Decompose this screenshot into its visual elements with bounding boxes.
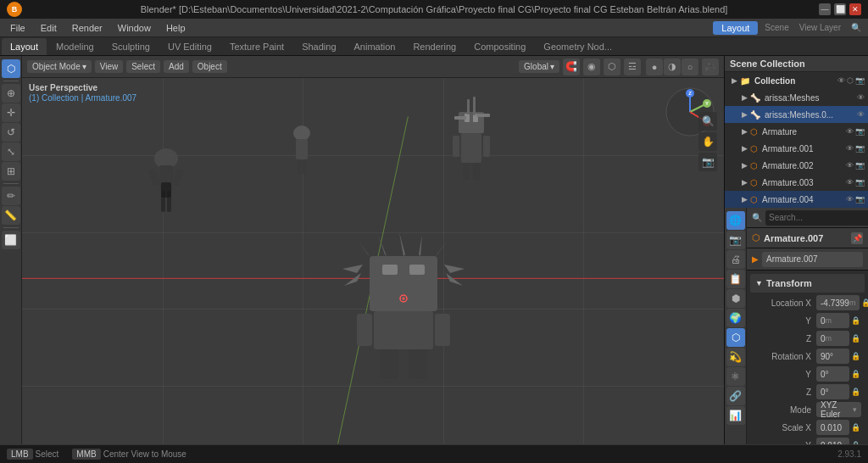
solid-mode[interactable]: ● [646,59,663,75]
rotation-z-lock[interactable]: 🔒 [851,388,861,396]
tab-sculpting[interactable]: Sculpting [103,38,159,55]
location-x-lock[interactable]: 🔒 [861,298,868,307]
rotation-y-value[interactable]: 0° [816,366,849,382]
visibility-icon8[interactable]: 👁 [846,195,854,204]
camera-persp-btn[interactable]: 📷 [698,153,717,171]
rotation-z-value[interactable]: 0° [816,384,849,399]
tool-measure[interactable]: 📏 [2,206,20,225]
render-icon[interactable]: 📷 [855,76,865,85]
camera-view[interactable]: 🎥 [702,59,719,75]
tab-layout[interactable]: Layout [2,38,47,55]
material-mode[interactable]: ◑ [664,59,681,75]
tab-uv-editing[interactable]: UV Editing [159,38,220,55]
rotation-x-value[interactable]: 90° [816,349,849,364]
search-bar[interactable]: 🔍 [848,23,865,32]
proportional-edit[interactable]: ◉ [583,59,600,75]
visibility-icon5[interactable]: 👁 [846,144,854,153]
outliner-item-arissa-meshes-0[interactable]: ▶ 🦴 arissa:Meshes.0... 👁 [725,106,868,123]
location-y-lock[interactable]: 🔒 [851,316,861,325]
visibility-icon[interactable]: 👁 [837,76,845,85]
outliner-item-armature-002[interactable]: ▶ ⬡ Armature.002 👁 📷 [725,157,868,174]
prop-icon-view-layer[interactable]: 📋 [726,270,745,288]
tab-geometry-nodes[interactable]: Geometry Nod... [535,38,620,55]
outliner-item-collection[interactable]: ▶ 📁 Collection 👁 ⬡ 📷 [725,72,868,89]
object-name-input[interactable]: Armature.007 [762,252,863,267]
outliner-item-arissa-meshes[interactable]: ▶ 🦴 arissa:Meshes 👁 [725,89,868,106]
prop-icon-particles[interactable]: 💫 [726,348,745,366]
location-y-value[interactable]: 0 m [816,313,849,328]
render-icon2[interactable]: 📷 [855,127,865,136]
tab-animation[interactable]: Animation [346,38,404,55]
scale-x-lock[interactable]: 🔒 [851,423,861,432]
render-icon5[interactable]: 📷 [855,178,865,187]
maximize-button[interactable]: ⬜ [834,3,846,15]
tool-rotate[interactable]: ↺ [2,123,20,142]
outliner-item-armature-003[interactable]: ▶ ⬡ Armature.003 👁 📷 [725,174,868,191]
prop-icon-scene[interactable]: 🌐 [726,211,745,230]
tool-add[interactable]: ⬜ [2,231,20,249]
overlay-button[interactable]: ⬡ [604,59,620,75]
pan-btn[interactable]: ✋ [698,132,717,151]
snap-button[interactable]: 🧲 [563,59,580,75]
prop-icon-scene2[interactable]: ⬢ [726,289,745,308]
tool-transform[interactable]: ⊞ [2,162,20,181]
viewport-icon[interactable]: ⬡ [847,76,854,85]
location-x-value[interactable]: -4.7399 m [816,295,860,310]
tab-shading[interactable]: Shading [293,38,344,55]
rotation-y-lock[interactable]: 🔒 [851,370,861,378]
workspace-tab-layout-active[interactable]: Layout [713,21,758,35]
select-menu[interactable]: Select [126,60,160,73]
viewport-content[interactable]: User Perspective (1) Collection | Armatu… [22,78,724,463]
tool-select[interactable]: ⬡ [2,59,20,78]
menu-render[interactable]: Render [65,21,109,35]
transform-header[interactable]: ▼ Transform [750,274,865,293]
menu-help[interactable]: Help [159,21,192,35]
object-mode-selector[interactable]: Object Mode ▾ [27,60,92,73]
tab-compositing[interactable]: Compositing [465,38,534,55]
menu-file[interactable]: File [3,21,32,35]
outliner-item-armature[interactable]: ▶ ⬡ Armature 👁 📷 [725,123,868,140]
close-button[interactable]: ✕ [849,3,861,15]
outliner-item-armature-001[interactable]: ▶ ⬡ Armature.001 👁 📷 [725,140,868,157]
visibility-icon4[interactable]: 👁 [846,127,854,136]
prop-icon-output[interactable]: 🖨 [726,250,745,269]
prop-icon-physics[interactable]: ⚛ [726,367,745,386]
tab-modeling[interactable]: Modeling [47,38,103,55]
rotation-mode-select[interactable]: XYZ Euler ▾ [816,402,861,417]
menu-window[interactable]: Window [111,21,158,35]
prop-icon-data[interactable]: 📊 [726,406,745,425]
render-icon6[interactable]: 📷 [855,195,865,204]
prop-icon-world[interactable]: 🌍 [726,309,745,327]
visibility-icon2[interactable]: 👁 [857,93,865,102]
xray-button[interactable]: ☲ [624,59,641,75]
scale-x-value[interactable]: 0.010 [816,420,849,435]
prop-icon-render[interactable]: 📷 [726,231,745,249]
visibility-icon6[interactable]: 👁 [846,161,854,170]
visibility-icon7[interactable]: 👁 [846,178,854,187]
rendered-mode[interactable]: ○ [682,59,698,75]
outliner-item-armature-004[interactable]: ▶ ⬡ Armature.004 👁 📷 [725,191,868,208]
location-z-value[interactable]: 0 m [816,331,849,346]
tool-cursor[interactable]: ⊕ [2,84,20,103]
properties-search-input[interactable] [765,210,868,226]
tool-move[interactable]: ✛ [2,103,20,122]
add-menu[interactable]: Add [164,60,189,73]
pin-button[interactable]: 📌 [851,232,863,244]
prop-icon-constraints[interactable]: 🔗 [726,387,745,405]
tool-annotate[interactable]: ✏ [2,187,20,205]
tab-rendering[interactable]: Rendering [404,38,465,55]
viewport[interactable]: Object Mode ▾ View Select Add Object Glo… [22,56,724,463]
object-menu[interactable]: Object [192,60,227,73]
location-z-lock[interactable]: 🔒 [851,334,861,343]
zoom-in-btn[interactable]: 🔍 [698,112,717,131]
prop-icon-object[interactable]: ⬡ [726,328,745,347]
render-icon3[interactable]: 📷 [855,144,865,153]
transform-orientation[interactable]: Global ▾ [519,60,559,73]
tool-scale[interactable]: ⤡ [2,142,20,161]
render-icon4[interactable]: 📷 [855,161,865,170]
visibility-icon3[interactable]: 👁 [857,110,865,119]
minimize-button[interactable]: — [819,3,831,15]
rotation-x-lock[interactable]: 🔒 [851,352,861,360]
tab-texture-paint[interactable]: Texture Paint [221,38,292,55]
menu-edit[interactable]: Edit [34,21,64,35]
